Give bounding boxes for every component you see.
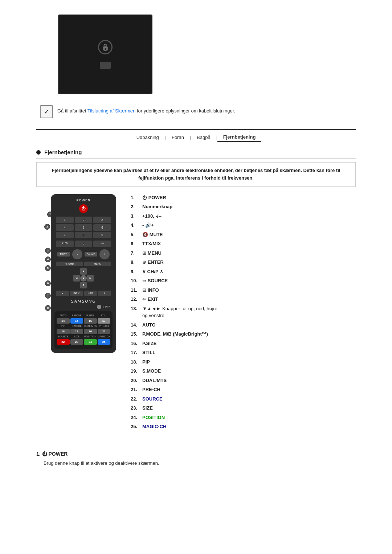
rbl-prech: PRE-CH (98, 325, 111, 327)
remote-prech-btn[interactable]: 21 (98, 329, 111, 334)
list-item-22: 22. SOURCE (131, 395, 356, 403)
tab-foran[interactable]: Foran (166, 133, 190, 141)
remote-btn-9[interactable]: 9 (93, 232, 111, 238)
rbl-source: SOURCE (57, 335, 70, 338)
remote-pip-btn[interactable]: 18 (57, 329, 70, 334)
note-text: Gå til afsnittet Tilslutning af Skærmen … (57, 105, 235, 115)
list-item-7: 7. ⊞ MENU (131, 250, 356, 257)
badge-4: 4 (45, 257, 51, 262)
list-item-3: 3. +100, -/-- (131, 213, 356, 220)
note-link[interactable]: Tilslutning af Skærmen (87, 108, 135, 114)
remote-ch-row: ∨ INFO EXIT ∧ (54, 291, 113, 296)
remote-smode-btn[interactable]: 19 (70, 329, 83, 334)
remote-btn-8[interactable]: 8 (75, 232, 93, 238)
warning-box: Fjernbetjeningens ydeevne kan påvirkes a… (36, 162, 356, 187)
remote-btn-3[interactable]: 3 (93, 217, 111, 223)
remote-menu-btn[interactable]: MENU (84, 262, 111, 266)
remote-bottom-panel: AUTO P.MODE P.SIZE STILL 14 15 16 17 (54, 311, 113, 349)
list-item-6: 6. TTX/MIX (131, 240, 356, 247)
remote-control: 1 2 3 4 5 6 7 8 9 10 11 (36, 194, 116, 353)
item-num-5: 5. (131, 231, 142, 238)
list-item-2: 2. Nummerknap (131, 203, 356, 210)
item-label-14: AUTO (142, 321, 156, 329)
tab-fjernbetjening[interactable]: Fjernbetjening (217, 133, 262, 142)
remote-size-btn[interactable]: 23 (70, 339, 83, 345)
section-dot-icon (36, 150, 41, 155)
list-item-18: 18. PIP (131, 358, 356, 366)
remote-pmode-btn[interactable]: 15 (70, 318, 83, 324)
rbl-size: SIZE (70, 335, 83, 338)
bottom-divider (36, 440, 356, 440)
item-label-12: ⇐ EXIT (142, 296, 158, 303)
remote-nav-down[interactable]: ▼ (80, 282, 87, 288)
list-item-10: 10. ⇒ SOURCE (131, 277, 356, 284)
remote-btn-7[interactable]: 7 (56, 232, 74, 238)
rbl-still: STILL (98, 314, 111, 317)
remote-ch-down-btn[interactable]: ∨ (56, 291, 69, 296)
item-num-16: 16. (131, 340, 142, 347)
remote-ttx-btn[interactable]: TTX/MIX (56, 262, 83, 266)
remote-magicch-btn[interactable]: 25 (98, 339, 111, 345)
remote-position-btn[interactable]: 24 (84, 339, 97, 345)
remote-mute-btn[interactable]: MUTE (57, 252, 70, 257)
monitor-lock-icon (98, 40, 113, 54)
remote-nav-left[interactable]: ◄ (73, 275, 80, 282)
note-section: ✓ Gå til afsnittet Tilslutning af Skærme… (36, 105, 356, 118)
remote-dualmts-btn[interactable]: 20 (84, 329, 97, 334)
remote-btn-4[interactable]: 4 (56, 224, 74, 231)
list-item-13: 13. ▼▲◄► Knapper for op, ned, højreog ve… (131, 305, 356, 319)
remote-auto-btn[interactable]: 14 (57, 318, 70, 324)
page-container: ✓ Gå til afsnittet Tilslutning af Skærme… (29, 0, 363, 481)
list-item-14: 14. AUTO (131, 321, 356, 329)
item-label-20: DUAL/MTS (142, 377, 167, 384)
remote-info-btn[interactable]: INFO (70, 291, 83, 296)
remote-btn-plus100[interactable]: +100 (56, 241, 74, 247)
remote-pip-label: : PIP (103, 305, 110, 308)
remote-vol-up-btn[interactable]: + (99, 249, 110, 259)
remote-btn-2[interactable]: 2 (75, 217, 93, 223)
item-num-24: 24. (131, 414, 142, 421)
remote-psize-btn[interactable]: 16 (84, 318, 97, 324)
remote-btn-5[interactable]: 5 (75, 224, 93, 231)
tab-bagpa[interactable]: Bagpå (191, 133, 216, 141)
nav-empty-tr (87, 268, 94, 275)
remote-bottom-row2: 18 19 20 21 (57, 329, 110, 334)
list-item-9: 9. ∨ CH/P ∧ (131, 268, 356, 275)
remote-nav-up[interactable]: ▲ (80, 268, 87, 275)
list-item-5: 5. 🔇 MUTE (131, 231, 356, 238)
list-item-19: 19. S.MODE (131, 368, 356, 375)
remote-nav-enter[interactable]: ● (80, 275, 87, 282)
remote-exit-btn[interactable]: EXIT (84, 291, 97, 296)
remote-source-btn-bottom[interactable]: 22 (57, 339, 70, 345)
remote-btn-minus[interactable]: -/-- (93, 241, 111, 247)
remote-bottom-header-labels3: SOURCE SIZE POSITION MAGIC-CH (57, 335, 110, 338)
remote-btn-1[interactable]: 1 (56, 217, 74, 223)
remote-btn-0[interactable]: 0 (75, 241, 93, 247)
item-num-6: 6. (131, 240, 142, 247)
remote-ch-up-btn[interactable]: ∧ (98, 291, 111, 296)
remote-vol-down-btn[interactable]: - (72, 249, 82, 259)
rbl-magicch: MAGIC-CH (98, 335, 111, 338)
remote-btn-6[interactable]: 6 (93, 224, 111, 231)
section-title: Fjernbetjening (44, 149, 82, 155)
tab-udpakning[interactable]: Udpakning (131, 133, 165, 141)
remote-power-label: POWER (54, 198, 113, 202)
remote-nav-right[interactable]: ► (87, 275, 94, 282)
badge-3: 3 (45, 248, 51, 254)
remote-source-btn[interactable]: SourcE (85, 252, 97, 257)
list-item-17: 17. STILL (131, 349, 356, 356)
list-item-15: 15. P.MODE, M/B (MagicBright™) (131, 331, 356, 338)
footer-desc: Brug denne knap til at aktivere og deakt… (36, 460, 356, 467)
samsung-brand-label: SAMSUNG (54, 299, 113, 303)
rbl-dualmts: DUAL/MTS (84, 325, 97, 327)
remote-body: POWER 1 2 3 4 5 6 7 8 9 (51, 194, 116, 353)
item-label-9: ∨ CH/P ∧ (142, 268, 163, 275)
list-item-20: 20. DUAL/MTS (131, 377, 356, 384)
item-label-1: ⏻ POWER (142, 194, 166, 201)
item-label-13: ▼▲◄► Knapper for op, ned, højreog venstr… (142, 305, 217, 319)
remote-still-btn[interactable]: 17 (98, 318, 111, 324)
rbl-auto: AUTO (57, 314, 70, 317)
rbl-position: POSITION (84, 335, 97, 338)
remote-power-button[interactable] (79, 204, 88, 213)
item-num-13: 13. (131, 305, 142, 319)
